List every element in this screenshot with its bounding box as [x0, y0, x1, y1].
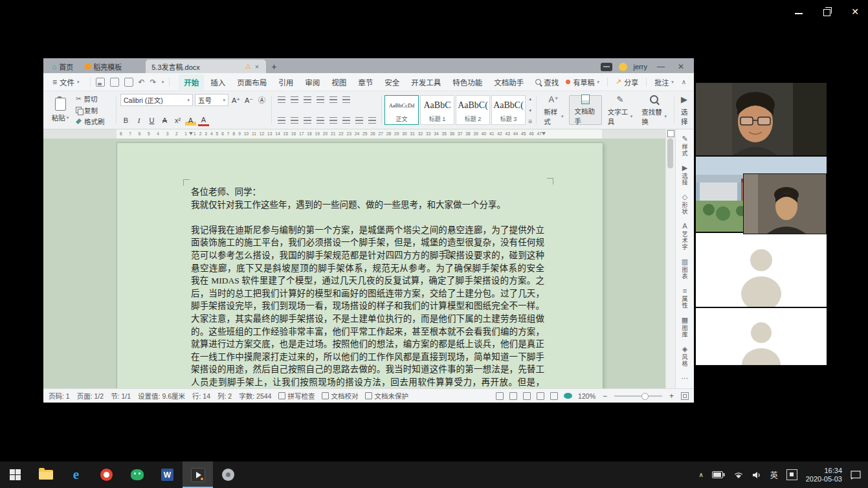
proofread[interactable]: 文档校对	[322, 391, 358, 401]
restore-icon[interactable]	[823, 9, 830, 16]
outline-view-icon[interactable]	[537, 392, 544, 400]
web-layout-icon[interactable]	[550, 392, 558, 400]
taskbar-browser[interactable]	[91, 461, 122, 488]
language-indicator[interactable]: 英	[770, 469, 778, 480]
document-line[interactable]: 后，当时的总工把我们计算好的模型和画好的图纸连带方案，交给了土建分包。过了几天，	[191, 287, 544, 300]
gallery-more-icon[interactable]: ☰	[528, 118, 532, 124]
align-justify-icon[interactable]	[315, 116, 326, 125]
new-tab-button[interactable]: +	[266, 60, 282, 73]
align-center-icon[interactable]	[289, 116, 300, 125]
word-count[interactable]: 字数: 2544	[239, 391, 271, 401]
menu-tab-page-layout[interactable]: 页面布局	[232, 74, 272, 90]
shading-icon[interactable]	[353, 116, 364, 125]
panel-chart[interactable]: ▥图表	[681, 258, 689, 280]
font-name-select[interactable]: Calibri (正文)▾	[120, 94, 193, 106]
indent-icon[interactable]	[315, 95, 326, 104]
close-icon[interactable]: ✕	[851, 7, 859, 16]
close-tab-icon[interactable]: ×	[254, 63, 260, 71]
menu-tab-home[interactable]: 开始	[179, 74, 204, 90]
align-distribute-icon[interactable]	[328, 116, 339, 125]
file-menu[interactable]: ≡ 文件 ▾	[49, 77, 83, 87]
setting-value[interactable]: 设置值: 9.6厘米	[138, 391, 185, 401]
battery-icon[interactable]	[712, 471, 725, 478]
clear-format-button[interactable]: Ⓐ	[256, 95, 267, 105]
bold-button[interactable]: B	[120, 115, 131, 126]
panel-wordart[interactable]: A艺术字	[681, 222, 689, 250]
document-canvas[interactable]: 各位老师、同学：我就仅针对我工作这些年，遇到的一些问题、做的一些思考，和大家做一…	[43, 139, 665, 388]
protection[interactable]: 文档未保护	[365, 391, 408, 401]
ruler[interactable]: 87654321 1234567891011121314151617181920…	[43, 129, 665, 139]
speaker-icon[interactable]	[752, 471, 762, 479]
spellcheck[interactable]: 拼写检查	[278, 391, 315, 401]
page-number[interactable]: 页码: 1	[49, 391, 70, 401]
participant-video[interactable]	[696, 233, 827, 308]
menu-tab-review[interactable]: 审阅	[300, 74, 325, 90]
document-line[interactable]: 各位老师、同学：	[191, 186, 544, 199]
taskbar-word[interactable]: W	[152, 461, 183, 488]
redo-icon[interactable]: ↷	[150, 78, 157, 86]
ruler-toggle-icon[interactable]	[667, 130, 674, 137]
panel-theme[interactable]: ◈风格	[681, 345, 689, 367]
qat-dropdown-icon[interactable]: ▾	[162, 80, 164, 85]
fullscreen-icon[interactable]	[496, 392, 504, 400]
taskbar-wechat[interactable]	[122, 461, 152, 488]
document-line[interactable]: 人员走到脚手架上，让我们按照现场的搭设方法，回去用软件算算受力，再开放。但是，	[191, 376, 544, 388]
zoom-slider-knob[interactable]	[641, 393, 649, 400]
font-color-button[interactable]: A	[198, 116, 209, 126]
gallery-down-icon[interactable]: ▾	[528, 107, 532, 113]
menu-tab-security[interactable]: 安全	[379, 74, 405, 90]
fit-page-icon[interactable]	[681, 392, 689, 400]
minimize-icon[interactable]	[795, 13, 803, 14]
wps-minimize-icon[interactable]: —	[654, 62, 668, 71]
collapse-ribbon-icon[interactable]: ∧	[682, 78, 686, 85]
underline-button[interactable]: U	[146, 115, 157, 126]
clock[interactable]: 16:34 2020-05-03	[806, 467, 842, 483]
document-line[interactable]: 大家注意，其实最终的脚手架搭设，不是土建单位执行的，而是他们下属的土建劳务班组做	[191, 313, 544, 326]
document-line[interactable]: 我记得我在迪斯尼参与编制的第一个方案，是城堡两个塔尖之间的悬空连廊，为了提供外立	[191, 224, 544, 237]
draft-status[interactable]: 有草稿 ▾	[566, 77, 599, 87]
italic-button[interactable]: I	[133, 115, 144, 126]
menu-tab-insert[interactable]: 插入	[205, 74, 230, 90]
print-icon[interactable]	[110, 78, 119, 87]
zoom-in-button[interactable]: +	[668, 392, 675, 401]
format-painter-button[interactable]: 格式刷	[76, 117, 113, 126]
line-number[interactable]: 行: 14	[192, 391, 210, 401]
align-left-icon[interactable]	[276, 116, 287, 125]
print-preview-icon[interactable]	[124, 78, 133, 87]
increase-font-button[interactable]: A⁺	[230, 95, 241, 105]
indent-marker-left[interactable]	[189, 132, 193, 135]
zoom-slider[interactable]	[614, 395, 662, 397]
column-number[interactable]: 列: 2	[217, 391, 232, 401]
panel-shapes[interactable]: ◇形状	[681, 193, 689, 215]
participant-inset-video[interactable]	[743, 173, 827, 234]
gallery-up-icon[interactable]: ▴	[528, 96, 532, 102]
page-layout-icon[interactable]	[523, 392, 531, 400]
panel-select[interactable]: ▶选择	[681, 164, 689, 186]
bullets-icon[interactable]	[276, 95, 287, 104]
panel-properties[interactable]: ≡属性	[681, 287, 689, 309]
undo-icon[interactable]: ↶	[139, 78, 145, 86]
tab-document[interactable]: 5.3发言稿.docx ⚠ ×	[146, 60, 266, 73]
document-line[interactable]: 就算进行过方案交底，也是走过场。按照他们的想法，编方案的都是纸上谈兵，他们是真正	[191, 338, 544, 351]
wifi-icon[interactable]	[733, 471, 744, 479]
numbering-icon[interactable]	[289, 95, 300, 104]
comment-button[interactable]: 批注 ▾	[654, 77, 674, 87]
taskbar-media-player[interactable]	[183, 461, 213, 488]
hidden-icons-chevron[interactable]: ∧	[698, 471, 703, 478]
menu-tab-special-features[interactable]: 特色功能	[447, 74, 487, 90]
taskbar-file-explorer[interactable]	[30, 461, 61, 488]
doc-assistant-button[interactable]: 文档助手	[569, 95, 601, 125]
panel-gallery[interactable]: ▦图库	[681, 316, 689, 338]
style-heading3[interactable]: AaBbC(标题 3	[491, 95, 526, 125]
highlight-button[interactable]: A	[185, 115, 196, 126]
style-normal[interactable]: AaBbCcDd正文	[384, 95, 419, 125]
tab-docer[interactable]: 稻壳模板	[79, 60, 128, 73]
read-layout-icon[interactable]	[509, 392, 517, 400]
menu-tab-section[interactable]: 章节	[353, 74, 378, 90]
outdent-icon[interactable]	[302, 95, 313, 104]
select-button[interactable]: ▶ 选择	[677, 93, 693, 127]
font-size-select[interactable]: 五号▾	[195, 94, 228, 106]
style-heading2[interactable]: AaBbC(标题 2	[456, 95, 490, 125]
save-icon[interactable]	[96, 78, 105, 87]
document-line[interactable]: 架搭设的用途，然后自己按照自己的思路去做的。我当时知道这件事的第一想法是，先替工	[191, 363, 544, 376]
